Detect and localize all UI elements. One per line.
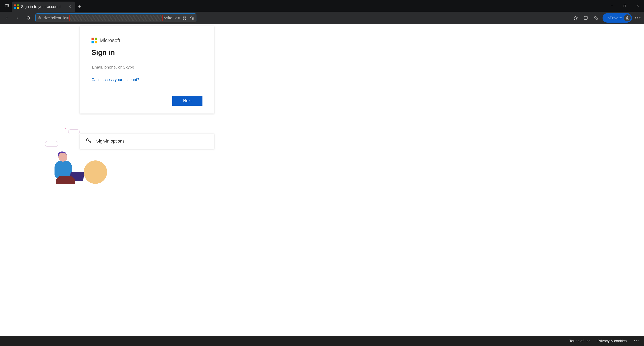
url-prefix: rize?client_id= <box>44 16 68 20</box>
tab-actions-button[interactable] <box>2 0 12 12</box>
address-text[interactable]: rize?client_id= &site_id= <box>44 14 180 21</box>
terms-of-use-link[interactable]: Terms of use <box>569 339 590 343</box>
svg-rect-3 <box>183 16 184 18</box>
window-maximize-button[interactable] <box>618 0 631 12</box>
inprivate-label: InPrivate <box>606 16 622 20</box>
next-button[interactable]: Next <box>172 96 202 106</box>
url-suffix: &site_id= <box>164 16 180 20</box>
browser-essentials-icon[interactable] <box>592 14 600 22</box>
browser-titlebar: Sign in to your account ✕ <box>0 0 644 12</box>
signin-card: Microsoft Sign in Can't access your acco… <box>80 26 214 114</box>
collections-icon[interactable] <box>582 14 589 22</box>
signin-heading: Sign in <box>92 48 202 57</box>
window-close-button[interactable] <box>631 0 644 12</box>
window-controls <box>606 0 644 12</box>
svg-rect-2 <box>39 17 40 19</box>
login-identifier-input[interactable] <box>92 63 202 71</box>
inprivate-indicator[interactable]: InPrivate <box>602 13 632 22</box>
microsoft-brand: Microsoft <box>92 38 202 44</box>
favorite-star-add-icon[interactable] <box>190 16 194 20</box>
new-tab-button[interactable] <box>75 2 84 12</box>
svg-rect-5 <box>183 18 184 20</box>
forward-button[interactable] <box>14 14 21 22</box>
page-content: Microsoft Sign in Can't access your acco… <box>0 24 644 336</box>
svg-rect-1 <box>624 5 626 7</box>
page-footer: Terms of use Privacy & cookies ••• <box>0 336 644 346</box>
site-info-lock-icon[interactable] <box>38 16 41 20</box>
svg-rect-4 <box>185 16 186 18</box>
footer-more-button[interactable]: ••• <box>634 339 639 343</box>
qr-code-icon[interactable] <box>182 16 187 20</box>
browser-tab-active[interactable]: Sign in to your account ✕ <box>12 2 75 12</box>
microsoft-logo-icon <box>92 38 97 44</box>
settings-and-more-button[interactable]: ••• <box>635 16 641 20</box>
tab-title: Sign in to your account <box>21 4 60 9</box>
key-icon <box>86 138 92 144</box>
refresh-button[interactable] <box>24 14 32 22</box>
svg-rect-0 <box>5 5 8 7</box>
url-redacted-segment <box>69 14 163 21</box>
brand-name: Microsoft <box>100 38 120 44</box>
address-bar[interactable]: rize?client_id= &site_id= <box>36 14 196 22</box>
privacy-cookies-link[interactable]: Privacy & cookies <box>598 339 627 343</box>
back-button[interactable] <box>3 14 10 22</box>
signin-options-card[interactable]: Sign-in options <box>80 134 214 149</box>
svg-point-10 <box>626 16 628 18</box>
browser-toolbar: rize?client_id= &site_id= <box>0 12 644 24</box>
microsoft-logo-icon <box>14 4 19 9</box>
svg-point-9 <box>596 18 598 20</box>
cant-access-account-link[interactable]: Can't access your account? <box>92 78 139 82</box>
profile-avatar-icon <box>624 14 631 22</box>
signin-options-label: Sign-in options <box>96 139 124 144</box>
window-minimize-button[interactable] <box>606 0 618 12</box>
tab-close-icon[interactable]: ✕ <box>68 4 71 9</box>
favorites-icon[interactable] <box>572 14 579 22</box>
